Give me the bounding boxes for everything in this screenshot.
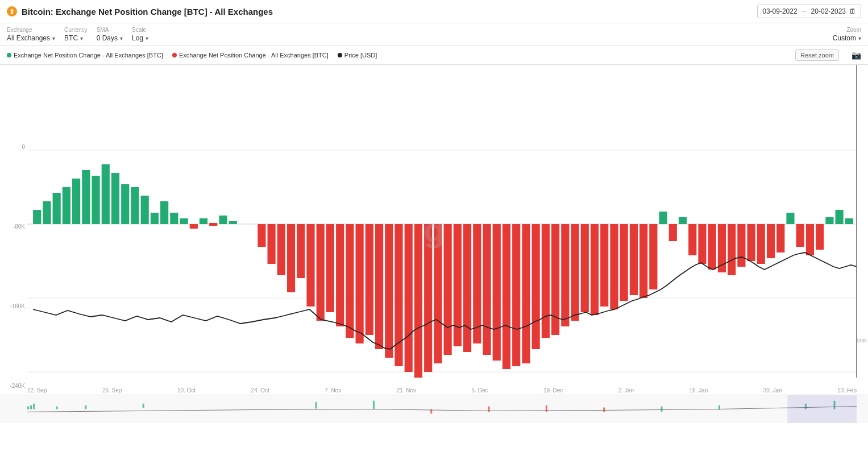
svg-rect-99 xyxy=(661,407,663,412)
x-label-3: 10. Oct xyxy=(177,387,196,394)
svg-rect-7 xyxy=(63,187,70,224)
svg-rect-89 xyxy=(33,404,35,409)
mini-y-axis xyxy=(0,395,27,423)
svg-rect-74 xyxy=(737,224,745,267)
svg-rect-41 xyxy=(414,224,422,378)
svg-rect-87 xyxy=(27,407,29,409)
svg-rect-62 xyxy=(620,224,628,301)
svg-rect-51 xyxy=(512,224,520,366)
x-label-2: 26. Sep xyxy=(102,387,122,394)
svg-rect-19 xyxy=(180,218,188,224)
svg-rect-42 xyxy=(424,224,432,372)
svg-rect-47 xyxy=(473,224,481,343)
svg-rect-49 xyxy=(493,224,501,361)
svg-rect-33 xyxy=(336,224,344,326)
scale-value: Log xyxy=(132,34,143,42)
calendar-icon: 🗓 xyxy=(849,7,856,15)
currency-value: BTC xyxy=(64,34,78,42)
svg-rect-31 xyxy=(317,224,325,321)
date-range[interactable]: 03-09-2022 → 20-02-2023 🗓 xyxy=(757,5,861,18)
legend-dot-black xyxy=(338,53,342,57)
sma-chevron: ▾ xyxy=(120,35,123,42)
svg-rect-73 xyxy=(728,224,736,275)
chart-title: Bitcoin: Exchange Net Position Change [B… xyxy=(22,7,273,16)
svg-rect-34 xyxy=(346,224,354,338)
x-axis: 12. Sep 26. Sep 10. Oct 24. Oct 7. Nov 2… xyxy=(27,387,857,394)
svg-rect-38 xyxy=(385,224,393,358)
svg-rect-63 xyxy=(630,224,638,295)
sma-select[interactable]: 0 Days ▾ xyxy=(97,34,123,42)
svg-rect-30 xyxy=(306,224,314,307)
x-label-9: 2. Jan xyxy=(618,387,634,394)
svg-rect-64 xyxy=(639,224,647,298)
currency-control: Currency BTC ▾ xyxy=(64,27,88,42)
svg-rect-91 xyxy=(85,405,86,409)
exchange-select[interactable]: All Exchanges ▾ xyxy=(7,34,55,42)
date-arrow: → xyxy=(801,7,808,15)
svg-rect-5 xyxy=(43,201,51,224)
x-label-5: 7. Nov xyxy=(325,387,341,394)
zoom-control: Zoom Custom ▾ xyxy=(833,27,861,42)
zoom-select[interactable]: Custom ▾ xyxy=(833,34,861,42)
svg-rect-23 xyxy=(219,216,227,224)
svg-rect-96 xyxy=(488,407,490,412)
svg-rect-56 xyxy=(561,224,569,326)
svg-rect-11 xyxy=(102,164,110,224)
svg-rect-29 xyxy=(297,224,305,278)
x-label-7: 5. Dec xyxy=(472,387,488,394)
legend-label-black: Price [USD] xyxy=(344,52,377,59)
svg-rect-46 xyxy=(463,224,471,352)
svg-rect-81 xyxy=(806,224,814,255)
reset-zoom-button[interactable]: Reset zoom xyxy=(795,49,839,61)
svg-rect-12 xyxy=(111,173,119,224)
exchange-control: Exchange All Exchanges ▾ xyxy=(7,27,55,42)
svg-rect-25 xyxy=(258,224,265,247)
x-label-6: 21. Nov xyxy=(397,387,416,394)
zoom-value: Custom xyxy=(833,34,856,42)
svg-rect-20 xyxy=(190,224,198,229)
scale-select[interactable]: Log ▾ xyxy=(132,34,148,42)
svg-rect-43 xyxy=(434,224,442,363)
y-label-3: -160K xyxy=(2,303,25,309)
x-label-8: 19. Dec xyxy=(543,387,563,394)
exchange-chevron: ▾ xyxy=(52,35,55,42)
chart-inner: 12. Sep 26. Sep 10. Oct 24. Oct 7. Nov 2… xyxy=(27,65,857,378)
svg-rect-21 xyxy=(200,218,207,224)
legend-bar: Exchange Net Position Change - All Excha… xyxy=(0,46,868,65)
svg-rect-9 xyxy=(82,170,90,224)
mini-chart-svg xyxy=(27,395,857,423)
currency-select[interactable]: BTC ▾ xyxy=(64,34,88,42)
svg-rect-97 xyxy=(546,405,547,412)
legend-item-red: Exchange Net Position Change - All Excha… xyxy=(172,52,329,59)
scale-label: Scale xyxy=(132,27,148,33)
svg-rect-65 xyxy=(649,224,657,289)
svg-rect-35 xyxy=(356,224,364,343)
svg-rect-66 xyxy=(659,212,667,224)
svg-rect-14 xyxy=(131,187,139,224)
svg-rect-40 xyxy=(405,224,413,372)
mini-chart-inner: 2012 2014 2016 2018 2020 2022 xyxy=(27,395,857,423)
mini-chart: 2012 2014 2016 2018 2020 2022 xyxy=(0,395,868,423)
chart-area: g 0 -80K -160K -240K xyxy=(0,65,868,395)
svg-rect-85 xyxy=(845,218,853,224)
legend-dot-green xyxy=(7,53,11,57)
svg-rect-24 xyxy=(229,221,237,224)
svg-rect-67 xyxy=(669,224,677,241)
svg-rect-53 xyxy=(532,224,540,349)
legend-label-green: Exchange Net Position Change - All Excha… xyxy=(14,52,163,59)
right-axis-label: $10k xyxy=(855,338,867,343)
date-start: 03-09-2022 xyxy=(762,7,797,15)
y-axis: 0 -80K -160K -240K xyxy=(0,65,27,395)
svg-rect-77 xyxy=(767,224,775,258)
svg-rect-16 xyxy=(151,213,159,224)
svg-rect-17 xyxy=(160,201,168,224)
title-area: ₿ Bitcoin: Exchange Net Position Change … xyxy=(7,6,273,16)
svg-rect-22 xyxy=(209,223,217,226)
scale-chevron: ▾ xyxy=(146,35,148,42)
svg-rect-83 xyxy=(825,217,833,224)
svg-rect-61 xyxy=(610,224,618,309)
svg-rect-70 xyxy=(698,224,706,264)
camera-icon[interactable]: 📷 xyxy=(852,51,861,60)
svg-rect-32 xyxy=(326,224,334,312)
svg-rect-15 xyxy=(141,196,149,224)
